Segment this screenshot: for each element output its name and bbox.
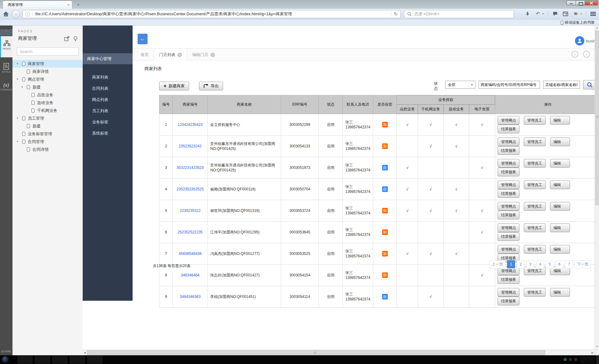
page-button-2[interactable]: 2: [517, 260, 525, 268]
merchant-code-link[interactable]: 346346464: [181, 273, 199, 277]
action-button-管理网点[interactable]: 管理网点: [498, 137, 519, 146]
action-button-管理员工[interactable]: 管理员工: [524, 202, 546, 211]
page-button-5[interactable]: 5: [546, 260, 554, 268]
sidebar-item-1[interactable]: 商家列表: [83, 72, 133, 83]
action-button-结算报表[interactable]: 结算报表: [498, 297, 519, 305]
merchant-code-link[interactable]: 252352522235: [178, 230, 202, 234]
plugin-dropdown-icon[interactable]: ▾: [581, 12, 582, 15]
taskbar-app[interactable]: [52, 356, 67, 363]
back-button[interactable]: ←: [138, 34, 148, 44]
action-button-管理员工[interactable]: 管理员工: [524, 159, 546, 168]
horizontal-scrollbar[interactable]: ◀ ▶: [83, 350, 595, 355]
share-page-icon[interactable]: [64, 36, 70, 42]
action-button-管理网点[interactable]: 管理网点: [498, 288, 519, 297]
new-merchant-button[interactable]: + 新建商家: [159, 82, 189, 90]
action-button-管理网点[interactable]: 管理网点: [498, 202, 519, 211]
scroll-up-icon[interactable]: ▲: [595, 26, 599, 29]
mobile-bookmarks[interactable]: 移动设备上的书签: [561, 20, 595, 25]
pages-search-input[interactable]: [17, 47, 79, 55]
collapse-panel-button[interactable]: ˇ: [0, 29, 12, 36]
tree-expand-icon[interactable]: ▾: [17, 138, 20, 146]
rail-item-console[interactable]: (x) CONSOLE: [0, 82, 12, 91]
scroll-right-icon[interactable]: ▶: [590, 350, 595, 355]
prev-page-button[interactable]: 上一页: [489, 260, 505, 268]
action-button-管理网点[interactable]: 管理网点: [498, 245, 519, 254]
action-button-管理员工[interactable]: 管理员工: [524, 245, 546, 254]
tree-expand-icon[interactable]: ▾: [17, 60, 20, 68]
tab-close-icon[interactable]: ×: [67, 2, 70, 7]
show-desktop-button[interactable]: [597, 355, 599, 364]
tab-groups-icon[interactable]: [562, 11, 569, 17]
action-button-结算报表[interactable]: 结算报表: [498, 275, 519, 284]
tree-item[interactable]: ▾合同管理: [12, 138, 83, 146]
action-button-编辑[interactable]: 编辑: [550, 137, 570, 146]
action-button-结算报表[interactable]: 结算报表: [498, 125, 519, 133]
reload-icon[interactable]: ↻: [391, 11, 400, 17]
merchant-code-link[interactable]: 3464346363: [180, 295, 201, 299]
tree-item[interactable]: 新建: [12, 122, 83, 130]
action-button-结算报表[interactable]: 结算报表: [498, 211, 519, 219]
tree-expand-icon[interactable]: ▾: [17, 114, 20, 122]
tray-icon[interactable]: [569, 358, 572, 361]
tree-item[interactable]: ▾新建: [12, 83, 83, 91]
tree-item[interactable]: 业务标签管理: [12, 130, 83, 138]
plugin-icon[interactable]: [573, 11, 579, 17]
action-button-管理员工[interactable]: 管理员工: [524, 223, 546, 232]
tray-icon[interactable]: [564, 358, 567, 361]
tree-item[interactable]: 商家详情: [12, 68, 83, 75]
merchant-code-link[interactable]: 3532231423523: [177, 165, 204, 170]
download-icon[interactable]: [524, 11, 531, 17]
minimize-button[interactable]: [567, 1, 576, 5]
merchant-code-link[interactable]: 2235235322: [180, 208, 201, 213]
tree-item[interactable]: 品胜业务: [12, 91, 83, 99]
tree-expand-icon[interactable]: ▾: [17, 75, 20, 83]
chat-icon[interactable]: [552, 11, 558, 17]
tab-scroll-right-button[interactable]: ›: [583, 51, 590, 58]
page-button-3[interactable]: 3: [526, 260, 534, 268]
tree-expand-icon[interactable]: ▾: [22, 83, 25, 91]
merchant-code-input[interactable]: [479, 81, 540, 89]
tree-item[interactable]: 急啥业务: [12, 99, 83, 107]
taskbar-app[interactable]: [17, 356, 32, 363]
start-button[interactable]: [2, 356, 9, 363]
history-dropdown-icon[interactable]: ▾: [543, 12, 544, 15]
merchant-code-link[interactable]: 2352352352525: [177, 187, 204, 191]
status-select[interactable]: 全部 ▾: [445, 81, 475, 89]
browser-tab[interactable]: 商家管理 ×: [2, 1, 72, 9]
tree-item[interactable]: ▾网点管理: [12, 75, 83, 83]
sidebar-item-6[interactable]: 系统标签: [83, 128, 133, 139]
action-button-结算报表[interactable]: 结算报表: [498, 168, 519, 176]
action-button-编辑[interactable]: 编辑: [550, 116, 570, 125]
taskbar-app[interactable]: [70, 356, 85, 363]
action-button-结算报表[interactable]: 结算报表: [498, 146, 519, 155]
merchant-code-link[interactable]: 45636546436: [179, 251, 202, 256]
sidebar-item-2[interactable]: 合同列表: [83, 83, 133, 94]
rail-item-notes[interactable]: NOTES: [0, 63, 12, 73]
clock-area[interactable]: [580, 356, 595, 363]
new-tab-button[interactable]: +: [74, 2, 82, 8]
page-info-icon[interactable]: i: [25, 12, 30, 17]
sidebar-item-3[interactable]: 网点列表: [83, 94, 133, 105]
history-undo-icon[interactable]: ↶: [535, 11, 541, 17]
vertical-scroll-thumb[interactable]: [595, 31, 599, 205]
shop-name-input[interactable]: [543, 81, 580, 89]
search-button[interactable]: [583, 80, 595, 89]
action-button-编辑[interactable]: 编辑: [550, 288, 570, 297]
action-button-管理网点[interactable]: 管理网点: [498, 180, 519, 189]
next-page-button[interactable]: 下一页: [575, 260, 591, 268]
export-button[interactable]: 导出: [199, 82, 223, 90]
rail-close-button[interactable]: CLOSE: [0, 350, 12, 353]
tab-close-icon[interactable]: ×: [211, 53, 215, 57]
taskbar-app[interactable]: [35, 356, 50, 363]
action-button-结算报表[interactable]: 结算报表: [498, 232, 519, 241]
merchant-code-link[interactable]: 123424235423: [178, 122, 202, 127]
url-text[interactable]: file:///C:/Users/Administrator/Desktop/商…: [32, 11, 391, 17]
tree-item[interactable]: 合同详情: [12, 146, 83, 153]
action-button-编辑[interactable]: 编辑: [550, 245, 570, 254]
maximize-button[interactable]: [576, 1, 585, 5]
sidebar-item-5[interactable]: 业务标签: [83, 117, 133, 128]
page-button-4[interactable]: 4: [536, 260, 544, 268]
tab-close-icon[interactable]: ×: [178, 53, 182, 57]
action-button-编辑[interactable]: 编辑: [550, 202, 570, 211]
action-button-结算报表[interactable]: 结算报表: [498, 189, 519, 198]
